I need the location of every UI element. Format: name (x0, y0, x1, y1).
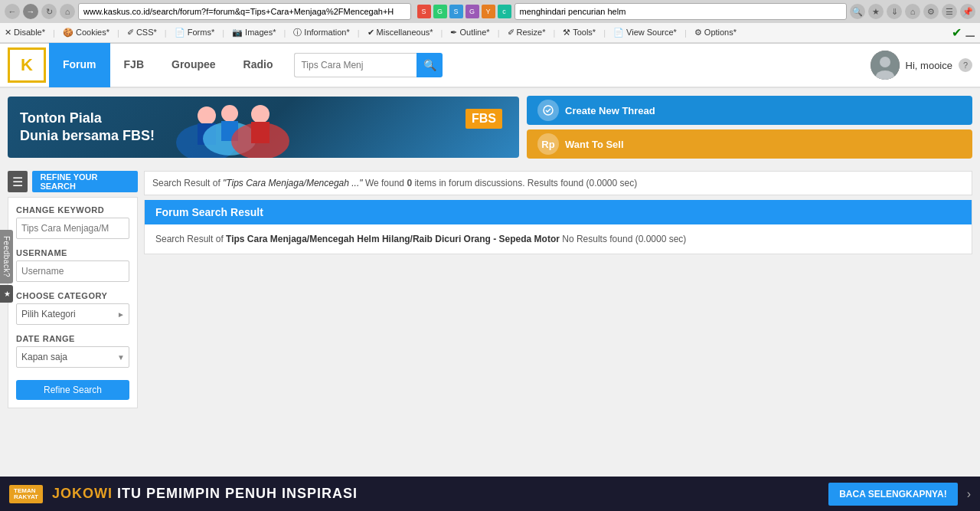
home-nav[interactable]: ⌂ (905, 4, 920, 19)
search-query-text: "Tips Cara Menjaga/Mencegah ..." (223, 178, 363, 188)
content-area: ☰ REFINE YOUR SEARCH CHANGE KEYWORD USER… (0, 166, 980, 473)
banner-image[interactable]: Tonton Piala Dunia bersama FBS! FBS Worl… (8, 97, 519, 158)
browser-toolbar: ← → ↻ ⌂ S G S G Y c 🔍 ★ ⇓ ⌂ ⚙ ☰ 📌 (0, 0, 980, 23)
site-logo[interactable]: K (8, 47, 46, 83)
svg-point-10 (251, 105, 270, 123)
settings-icon[interactable]: ⚙ (923, 4, 939, 19)
keyword-input[interactable] (16, 218, 129, 239)
feedback-sidebar: Feedback? ★ (0, 230, 13, 303)
search-magnifier[interactable]: 🔍 (850, 4, 865, 19)
main-content: Search Result of "Tips Cara Menjaga/Menc… (144, 171, 972, 468)
addon-icon-2: G (433, 5, 447, 18)
keyword-filter: CHANGE KEYWORD (16, 205, 129, 239)
action-buttons: Create New Thread Rp Want To Sell (527, 96, 972, 159)
developer-bar: ✕ Disable* | 🍪 Cookies* | ✐ CSS* | 📄 For… (0, 23, 980, 43)
forum-result-header: Forum Search Result (145, 200, 972, 224)
date-select[interactable]: Kapan saja (16, 346, 129, 368)
reload-button[interactable]: ↻ (41, 4, 57, 19)
username-input[interactable] (16, 260, 129, 282)
addon-icon-3: S (449, 5, 463, 18)
nav-tab-fjb[interactable]: FJB (110, 43, 158, 87)
forum-result-keyword: Tips Cara Menjaga/Mencegah Helm Hilang/R… (226, 234, 560, 244)
svg-rect-11 (251, 122, 270, 143)
share-button[interactable]: ★ (0, 285, 13, 303)
crossmark-icon: ⚊ (965, 25, 975, 40)
information-item[interactable]: ⓘ Information* (293, 27, 349, 38)
refine-search-button[interactable]: Refine Search (16, 380, 129, 400)
filter-panel: CHANGE KEYWORD USERNAME CHOOSE CATEGORY … (8, 197, 138, 408)
address-bar[interactable] (78, 3, 411, 20)
home-button[interactable]: ⌂ (60, 4, 75, 19)
browser-chrome: ← → ↻ ⌂ S G S G Y c 🔍 ★ ⇓ ⌂ ⚙ ☰ 📌 ✕ Disa… (0, 0, 980, 44)
banner-brand: FBS (466, 109, 502, 129)
keyword-label: CHANGE KEYWORD (16, 205, 129, 215)
outline-item[interactable]: ✒ Outline* (450, 28, 489, 38)
user-avatar (871, 51, 900, 80)
addon-icon-5: Y (482, 5, 495, 18)
refine-search-tab[interactable]: REFINE YOUR SEARCH (32, 171, 138, 192)
checkmark-icon: ✔ (952, 25, 962, 40)
banner-section: Tonton Piala Dunia bersama FBS! FBS Worl… (0, 88, 980, 166)
tools-item[interactable]: ⚒ Tools* (563, 28, 596, 38)
svg-point-4 (198, 106, 216, 125)
username-label: USERNAME (16, 248, 129, 257)
top-search-row: ☰ REFINE YOUR SEARCH (8, 171, 138, 192)
category-label: CHOOSE CATEGORY (16, 291, 129, 300)
addon-icon-4: G (466, 5, 479, 18)
svg-point-1 (880, 57, 890, 67)
want-to-sell-button[interactable]: Rp Want To Sell (527, 129, 972, 159)
forum-result-box: Forum Search Result Search Result of Tip… (144, 200, 972, 254)
nav-tab-forum[interactable]: Forum (49, 43, 110, 87)
main-nav: Forum FJB Groupee Radio (49, 43, 286, 87)
category-select[interactable]: Pilih Kategori (16, 303, 129, 325)
user-greeting: Hi, mooice (906, 60, 952, 71)
save-icon[interactable]: ⇓ (887, 4, 902, 19)
left-sidebar: ☰ REFINE YOUR SEARCH CHANGE KEYWORD USER… (8, 171, 138, 468)
resize-item[interactable]: ✐ Resize* (508, 28, 546, 38)
svg-point-7 (221, 105, 238, 122)
header-search-button[interactable]: 🔍 (416, 53, 443, 77)
forum-result-body: Search Result of Tips Cara Menjaga/Mence… (145, 224, 972, 254)
category-select-wrapper: Pilih Kategori ► (16, 303, 129, 325)
disable-item[interactable]: ✕ Disable* (5, 28, 45, 38)
date-filter: DATE RANGE Kapan saja ▼ (16, 334, 129, 368)
search-summary-bar: Search Result of "Tips Cara Menjaga/Menc… (144, 171, 972, 195)
bookmark-star[interactable]: ★ (868, 4, 884, 19)
header-search: 🔍 (294, 53, 870, 77)
nav-tab-groupee[interactable]: Groupee (158, 43, 230, 87)
addon-icon-6: c (498, 5, 511, 18)
miscellaneous-item[interactable]: ✔ Miscellaneous* (368, 28, 433, 38)
create-thread-button[interactable]: Create New Thread (527, 96, 972, 125)
create-thread-icon (537, 100, 559, 121)
category-filter: CHOOSE CATEGORY Pilih Kategori ► (16, 291, 129, 325)
pin-icon[interactable]: 📌 (960, 4, 975, 19)
help-icon[interactable]: ? (959, 58, 972, 72)
forward-button[interactable]: → (23, 4, 38, 19)
hamburger-menu[interactable]: ☰ (8, 171, 28, 192)
view-source-item[interactable]: 📄 View Source* (613, 28, 677, 38)
cookies-item[interactable]: 🍪 Cookies* (63, 28, 109, 38)
css-item[interactable]: ✐ CSS* (127, 28, 157, 38)
back-button[interactable]: ← (5, 4, 20, 19)
search-bar[interactable] (514, 3, 848, 20)
want-to-sell-icon: Rp (537, 133, 559, 155)
options-item[interactable]: ⚙ Options* (694, 28, 737, 38)
forms-item[interactable]: 📄 Forms* (175, 28, 215, 38)
nav-tab-radio[interactable]: Radio (230, 43, 287, 87)
date-label: DATE RANGE (16, 334, 129, 343)
site-header: K Forum FJB Groupee Radio 🔍 Hi, mooice ? (0, 44, 980, 88)
banner-text: Tonton Piala Dunia bersama FBS! (20, 110, 155, 146)
date-select-wrapper: Kapan saja ▼ (16, 346, 129, 368)
username-filter: USERNAME (16, 248, 129, 282)
header-right: Hi, mooice ? (871, 51, 972, 80)
addon-icon-1: S (417, 5, 431, 18)
feedback-button[interactable]: Feedback? (0, 230, 13, 283)
addon-mgr[interactable]: ☰ (942, 4, 957, 19)
header-search-input[interactable] (294, 53, 416, 77)
images-item[interactable]: 📷 Images* (232, 28, 276, 38)
